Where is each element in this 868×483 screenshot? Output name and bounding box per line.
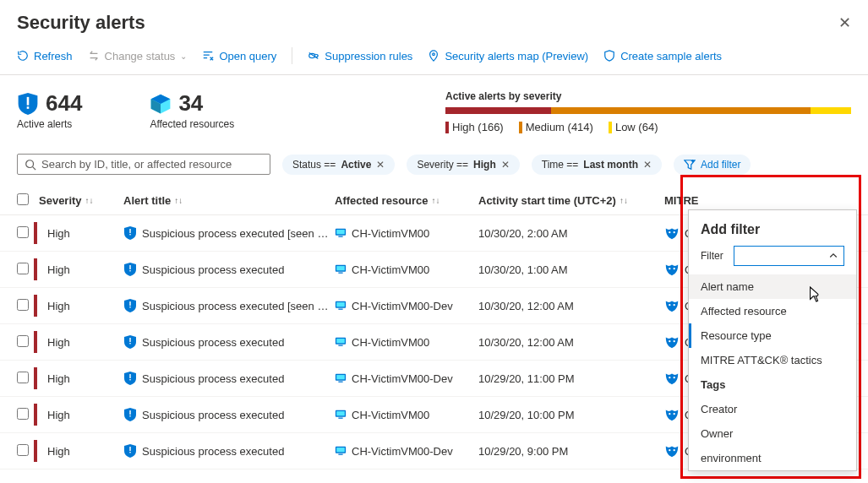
severity-value: High <box>47 336 70 349</box>
filter-option-affected-resource[interactable]: Affected resource <box>689 299 856 323</box>
alert-title-text: Suspicious process executed <box>142 372 284 385</box>
filter-option-alert-name[interactable]: Alert name <box>689 274 856 299</box>
col-severity[interactable]: Severity↑↓ <box>39 194 123 207</box>
severity-bar <box>445 107 851 114</box>
severity-value: High <box>47 227 70 240</box>
activity-time: 10/30/20, 12:00 AM <box>478 300 664 312</box>
query-icon <box>202 50 214 62</box>
svg-rect-2 <box>27 96 30 105</box>
row-checkbox[interactable] <box>17 299 29 311</box>
col-resource[interactable]: Affected resource↑↓ <box>335 194 478 207</box>
add-filter-button[interactable]: Add filter <box>674 155 751 175</box>
open-query-button[interactable]: Open query <box>202 50 276 62</box>
severity-chart: Active alerts by severity High (166) Med… <box>445 90 851 133</box>
svg-rect-48 <box>129 452 130 453</box>
alerts-map-button[interactable]: Security alerts map (Preview) <box>428 50 588 62</box>
svg-rect-41 <box>129 415 130 416</box>
activity-time: 10/29/20, 11:00 PM <box>478 372 664 385</box>
svg-point-25 <box>674 304 675 306</box>
resource-name: CH-VictimVM00-Dev <box>352 445 453 458</box>
active-alerts-stat: 644 Active alerts <box>17 90 82 130</box>
svg-point-45 <box>669 413 670 415</box>
svg-rect-13 <box>129 270 130 271</box>
filter-bar: Search by ID, title, or affected resourc… <box>0 142 868 187</box>
resource-name: CH-VictimVM00 <box>352 336 429 349</box>
shield-icon <box>123 226 137 240</box>
shield-icon <box>123 372 137 385</box>
select-all-checkbox[interactable] <box>17 193 29 205</box>
filter-option-owner[interactable]: Owner <box>689 421 856 446</box>
svg-rect-30 <box>338 345 342 346</box>
add-filter-popup: Add filter Filter Alert name Affected re… <box>688 209 857 471</box>
svg-rect-44 <box>338 418 342 419</box>
popup-title: Add filter <box>689 222 856 246</box>
filter-dropdown[interactable] <box>734 246 844 266</box>
filter-pill-severity[interactable]: Severity == High✕ <box>407 155 519 175</box>
row-checkbox[interactable] <box>17 372 29 383</box>
filter-pill-status[interactable]: Status == Active✕ <box>282 155 395 175</box>
change-status-button: Change status ⌄ <box>88 50 188 62</box>
shield-icon <box>123 444 137 458</box>
search-input[interactable]: Search by ID, title, or affected resourc… <box>17 154 270 175</box>
shield-plus-icon <box>603 50 615 62</box>
vm-icon <box>335 409 347 421</box>
affected-resources-stat: 34 Affected resources <box>150 90 234 130</box>
search-icon <box>25 159 36 171</box>
severity-value: High <box>47 409 70 421</box>
filter-option-tags[interactable]: Tags <box>689 372 856 397</box>
col-mitre[interactable]: MITRE <box>664 194 766 207</box>
alert-title-text: Suspicious process executed <box>142 409 284 421</box>
svg-point-10 <box>669 231 670 233</box>
create-sample-alerts-button[interactable]: Create sample alerts <box>603 50 722 62</box>
svg-rect-47 <box>129 447 130 451</box>
filter-option-environment[interactable]: environment <box>689 446 856 470</box>
svg-rect-20 <box>129 307 130 307</box>
page-title: Security alerts <box>17 12 145 34</box>
svg-point-4 <box>26 160 34 167</box>
svg-point-24 <box>669 304 670 306</box>
row-checkbox[interactable] <box>17 335 29 347</box>
remove-filter-icon[interactable]: ✕ <box>501 159 510 171</box>
filter-option-mitre[interactable]: MITRE ATT&CK® tactics <box>689 348 856 372</box>
row-checkbox[interactable] <box>17 408 29 420</box>
mitre-mask-icon <box>664 407 680 422</box>
suppression-icon <box>308 50 319 62</box>
remove-filter-icon[interactable]: ✕ <box>643 159 652 171</box>
close-icon[interactable]: ✕ <box>838 14 851 32</box>
svg-rect-5 <box>129 229 130 233</box>
svg-point-53 <box>674 449 675 451</box>
alert-title-text: Suspicious process executed <box>142 336 284 349</box>
alert-title-text: Suspicious process executed <box>142 445 284 458</box>
resource-name: CH-VictimVM00-Dev <box>352 300 453 312</box>
svg-point-32 <box>674 340 675 342</box>
row-checkbox[interactable] <box>17 226 29 238</box>
vm-icon <box>335 445 347 457</box>
svg-point-38 <box>669 377 670 378</box>
shield-icon <box>123 299 137 312</box>
refresh-button[interactable]: Refresh <box>17 50 73 62</box>
filter-option-creator[interactable]: Creator <box>689 397 856 421</box>
svg-rect-12 <box>129 265 130 269</box>
row-checkbox[interactable] <box>17 444 29 456</box>
svg-rect-19 <box>129 301 130 306</box>
filter-option-resource-type[interactable]: Resource type <box>689 323 856 348</box>
shield-icon <box>123 263 137 276</box>
mitre-mask-icon <box>664 298 680 313</box>
alert-title-text: Suspicious process executed [seen … <box>142 300 328 312</box>
svg-point-18 <box>674 268 675 269</box>
vm-icon <box>335 372 347 384</box>
filter-pill-time[interactable]: Time == Last month✕ <box>532 155 662 175</box>
chevron-up-icon <box>828 251 838 261</box>
remove-filter-icon[interactable]: ✕ <box>376 159 385 171</box>
svg-rect-8 <box>336 230 345 234</box>
col-time[interactable]: Activity start time (UTC+2)↑↓ <box>478 194 664 207</box>
svg-rect-34 <box>129 379 130 380</box>
col-title[interactable]: Alert title↑↓ <box>123 194 335 207</box>
row-checkbox[interactable] <box>17 263 29 274</box>
filter-add-icon <box>684 159 696 171</box>
suppression-rules-button[interactable]: Suppression rules <box>308 50 412 62</box>
svg-point-31 <box>669 340 670 342</box>
svg-point-17 <box>669 268 670 269</box>
change-status-icon <box>88 50 100 62</box>
svg-rect-36 <box>336 375 345 379</box>
